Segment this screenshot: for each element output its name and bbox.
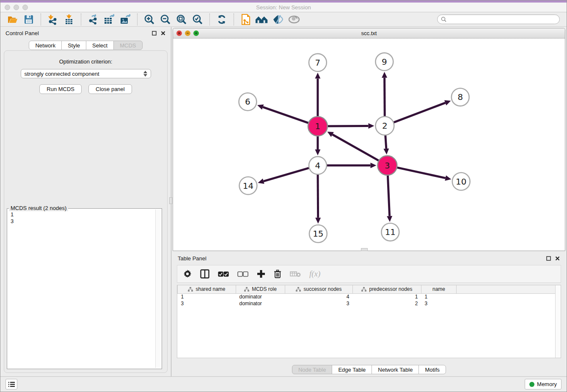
hide-graphics-details-button[interactable]	[271, 13, 285, 26]
horizontal-splitter-handle[interactable]	[361, 248, 368, 251]
zoom-selected-icon	[192, 14, 203, 25]
network-view-title: scc.txt	[173, 30, 565, 36]
import-table-button[interactable]	[62, 13, 76, 26]
graph-node-label: 6	[245, 97, 250, 107]
delete-column-button[interactable]	[274, 268, 281, 279]
deselect-all-columns-button[interactable]	[237, 268, 248, 279]
attribute-tree-icon	[188, 287, 193, 292]
graph-edge[interactable]	[333, 135, 379, 161]
import-network-icon	[47, 14, 58, 25]
show-home-button[interactable]	[255, 13, 269, 26]
table-panel-header: Table Panel	[173, 252, 565, 264]
search-input[interactable]	[449, 17, 556, 22]
zoom-in-button[interactable]	[143, 13, 156, 26]
table-panel-title: Table Panel	[178, 255, 206, 262]
memory-button[interactable]: Memory	[525, 379, 561, 389]
graph-edge-arrowhead	[444, 100, 451, 105]
create-network-view-button[interactable]	[239, 13, 253, 26]
dropdown-stepper-icon	[143, 71, 147, 77]
task-history-button[interactable]	[6, 379, 17, 389]
tab-network-table[interactable]: Network Table	[372, 365, 419, 374]
export-image-icon	[119, 14, 131, 25]
tab-select[interactable]: Select	[86, 41, 114, 50]
zoom-in-icon	[144, 14, 155, 25]
table-row[interactable]: 3 dominator 3 2 3	[178, 300, 556, 307]
network-canvas[interactable]: 1234678910111415	[173, 39, 565, 251]
search-field[interactable]	[437, 14, 560, 24]
tab-mcds[interactable]: MCDS	[113, 41, 142, 50]
close-panel-button[interactable]	[160, 30, 166, 36]
control-panel-title: Control Panel	[6, 30, 39, 36]
toolbar-separator	[41, 14, 41, 25]
graph-edge[interactable]	[388, 175, 389, 216]
column-header-successor-nodes[interactable]: successor nodes	[285, 285, 353, 293]
tab-network[interactable]: Network	[29, 41, 62, 50]
graph-edge[interactable]	[397, 168, 446, 178]
tab-node-table[interactable]: Node Table	[292, 365, 333, 374]
graph-edge-arrowhead	[315, 149, 320, 155]
refresh-view-button[interactable]	[215, 13, 228, 26]
show-graphics-details-button[interactable]	[287, 13, 301, 26]
open-folder-icon	[7, 14, 18, 25]
delete-table-button[interactable]	[290, 268, 301, 279]
save-disk-icon	[24, 14, 34, 25]
table-header-row: shared name MCDS role successor nodes pr…	[178, 285, 556, 293]
close-panel-action-button[interactable]: Close panel	[88, 84, 132, 94]
column-header-name[interactable]: name	[421, 285, 457, 293]
function-builder-button[interactable]: f(x)	[309, 268, 320, 279]
window-titlebar: Session: New Session	[0, 3, 567, 12]
graph-edge[interactable]	[318, 174, 318, 218]
control-panel-tabs: Network Style Select MCDS	[0, 41, 171, 50]
tab-edge-table[interactable]: Edge Table	[332, 365, 372, 374]
graph-edge[interactable]	[394, 103, 446, 123]
float-table-panel-button[interactable]	[545, 255, 551, 261]
graph-edge[interactable]	[263, 107, 308, 123]
graph-edge[interactable]	[385, 135, 386, 149]
vertical-splitter-handle[interactable]	[169, 197, 172, 204]
open-session-button[interactable]	[6, 13, 19, 26]
add-column-button[interactable]	[257, 268, 265, 279]
zoom-out-button[interactable]	[159, 13, 172, 26]
show-column-panel-button[interactable]	[200, 268, 209, 279]
mcds-result-list[interactable]: 1 3	[8, 210, 155, 368]
select-all-columns-button[interactable]	[218, 268, 229, 279]
float-panel-button[interactable]	[151, 30, 157, 36]
graph-node-label: 1	[315, 121, 321, 131]
toolbar-separator	[81, 14, 81, 25]
graph-edge[interactable]	[328, 126, 369, 126]
column-header-mcds-role[interactable]: MCDS role	[236, 285, 285, 293]
tab-motifs[interactable]: Motifs	[418, 365, 446, 374]
application-window: Session: New Session	[0, 0, 567, 392]
graph-edge[interactable]	[385, 78, 385, 117]
node-table: shared name MCDS role successor nodes pr…	[177, 285, 561, 358]
export-network-button[interactable]	[86, 13, 100, 26]
close-table-panel-button[interactable]	[554, 255, 560, 261]
save-session-button[interactable]	[22, 13, 36, 26]
table-settings-button[interactable]	[183, 268, 192, 279]
zoom-selected-button[interactable]	[191, 13, 204, 26]
column-header-predecessor-nodes[interactable]: predecessor nodes	[353, 285, 421, 293]
import-network-button[interactable]	[46, 13, 60, 26]
mcds-result-box: MCDS result (2 nodes) 1 3	[7, 208, 162, 369]
graph-edge-arrowhead	[258, 179, 264, 184]
table-row[interactable]: 1 dominator 4 1 1	[178, 293, 556, 300]
network-window-titlebar[interactable]: scc.txt	[173, 28, 565, 39]
control-panel-header: Control Panel	[0, 27, 171, 39]
run-mcds-button[interactable]: Run MCDS	[39, 84, 82, 94]
eye-icon	[288, 15, 300, 24]
column-header-shared-name[interactable]: shared name	[178, 285, 236, 293]
export-table-button[interactable]	[102, 13, 116, 26]
trash-icon	[274, 270, 281, 279]
mcds-result-scrollbar[interactable]	[155, 210, 161, 368]
graph-node-label: 2	[382, 121, 388, 131]
toolbar-separator	[209, 14, 210, 25]
criterion-dropdown[interactable]: strongly connected component	[21, 69, 151, 78]
graph-edge[interactable]	[264, 168, 309, 181]
zoom-fit-button[interactable]	[175, 13, 188, 26]
tab-style[interactable]: Style	[61, 41, 86, 50]
status-bar: Memory	[0, 376, 567, 392]
export-image-button[interactable]	[118, 13, 132, 26]
graph-edge-arrowhead	[257, 105, 264, 110]
graph-node-label: 15	[313, 229, 323, 239]
table-scrollbar[interactable]	[555, 285, 561, 358]
